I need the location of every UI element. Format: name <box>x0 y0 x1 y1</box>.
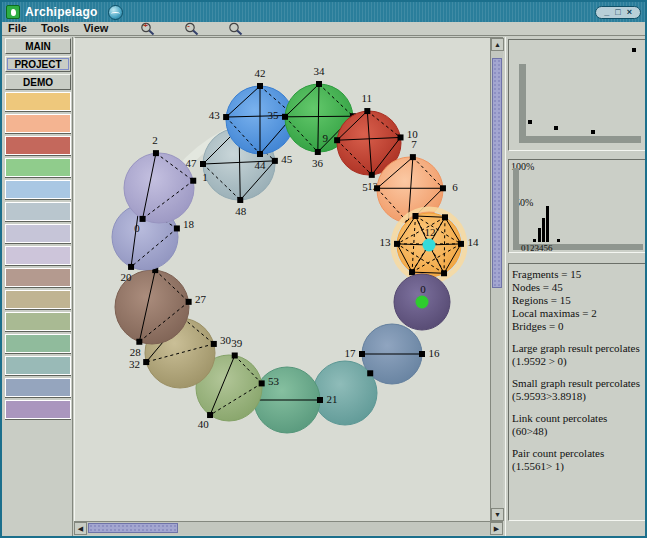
sidebar-button-demo[interactable]: DEMO <box>5 74 71 90</box>
sidebar-button-main[interactable]: MAIN <box>5 38 71 54</box>
graph-node[interactable] <box>259 380 265 386</box>
graph-node[interactable] <box>410 154 416 160</box>
stats-line-13: (60>48) <box>512 425 642 438</box>
histogram-bar <box>557 239 560 242</box>
graph-node[interactable] <box>136 339 142 345</box>
graph-node[interactable] <box>272 158 278 164</box>
zoom-fit-button[interactable] <box>228 22 244 35</box>
scatter-point <box>632 48 636 52</box>
graph-node[interactable] <box>190 178 196 184</box>
graph-node[interactable] <box>359 351 365 357</box>
local-maximum-node[interactable] <box>416 296 429 309</box>
graph-node[interactable] <box>140 216 146 222</box>
graph-node[interactable] <box>334 137 340 143</box>
node-label: 7 <box>411 138 417 150</box>
palette-swatch-1[interactable] <box>5 92 71 111</box>
graph-node[interactable] <box>364 108 370 114</box>
graph-node[interactable] <box>153 150 159 156</box>
vertical-scroll-thumb[interactable] <box>492 58 502 288</box>
graph-node[interactable] <box>458 241 464 247</box>
graph-node[interactable] <box>441 270 447 276</box>
menu-view[interactable]: View <box>83 22 108 35</box>
graph-node[interactable] <box>317 397 323 403</box>
graph-canvas[interactable]: 4647454842434144343533361191012756812144… <box>74 37 503 521</box>
graph-node[interactable] <box>315 149 321 155</box>
node-label: 36 <box>312 157 324 169</box>
palette-swatch-list <box>5 92 71 419</box>
zoom-in-button[interactable]: + <box>140 22 156 35</box>
node-label: 6 <box>452 181 458 193</box>
graph-node[interactable] <box>374 185 380 191</box>
graph-node[interactable] <box>257 151 263 157</box>
graph-node[interactable] <box>394 241 400 247</box>
node-label: 27 <box>195 293 207 305</box>
statistics-panel: Fragments = 15Nodes = 45Regions = 15Loca… <box>508 263 646 521</box>
scroll-right-button[interactable]: ▶ <box>490 522 503 535</box>
graph-fragment-purple[interactable]: 0 <box>394 274 450 330</box>
graph-node[interactable] <box>440 185 446 191</box>
graph-edge <box>285 116 353 117</box>
stats-line-8 <box>512 368 642 377</box>
palette-swatch-7[interactable] <box>5 224 71 243</box>
graph-node[interactable] <box>143 359 149 365</box>
graph-node[interactable] <box>257 83 263 89</box>
stats-line-1: Nodes = 45 <box>512 281 642 294</box>
close-button[interactable]: × <box>627 7 632 18</box>
vertical-scrollbar[interactable]: ▲ ▼ <box>490 38 503 521</box>
scatter-point <box>591 130 595 134</box>
palette-swatch-4[interactable] <box>5 158 71 177</box>
graph-node[interactable] <box>282 114 288 120</box>
graph-node[interactable] <box>419 351 425 357</box>
sidebar-button-project[interactable]: PROJECT <box>5 56 71 72</box>
scroll-left-button[interactable]: ◀ <box>74 522 87 535</box>
zoom-out-button[interactable]: - <box>184 22 200 35</box>
histogram-bar <box>546 206 549 242</box>
node-label: 45 <box>281 153 293 165</box>
graph-node[interactable] <box>232 353 238 359</box>
palette-swatch-10[interactable] <box>5 290 71 309</box>
horizontal-scroll-thumb[interactable] <box>88 523 178 533</box>
graph-node[interactable] <box>200 161 206 167</box>
menu-file[interactable]: File <box>8 22 27 35</box>
graph-node[interactable] <box>316 81 322 87</box>
menu-tools[interactable]: Tools <box>41 22 70 35</box>
graph-node[interactable] <box>369 172 375 178</box>
scroll-down-button[interactable]: ▼ <box>491 508 504 521</box>
graph-fragment-teal[interactable] <box>313 361 377 425</box>
window-title: Archipelago <box>25 5 98 19</box>
graph-node[interactable] <box>186 299 192 305</box>
y-axis <box>513 168 519 246</box>
node-label: 0 <box>420 283 426 295</box>
graph-node[interactable] <box>223 114 229 120</box>
palette-swatch-5[interactable] <box>5 180 71 199</box>
graph-node[interactable] <box>128 264 134 270</box>
minimize-button[interactable]: _ <box>604 7 609 18</box>
palette-swatch-2[interactable] <box>5 114 71 133</box>
graph-node[interactable] <box>412 213 418 219</box>
palette-swatch-13[interactable] <box>5 356 71 375</box>
palette-swatch-3[interactable] <box>5 136 71 155</box>
palette-swatch-8[interactable] <box>5 246 71 265</box>
graph-node[interactable] <box>174 225 180 231</box>
stats-line-14 <box>512 438 642 447</box>
palette-swatch-15[interactable] <box>5 400 71 419</box>
palette-swatch-12[interactable] <box>5 334 71 353</box>
graph-node[interactable] <box>211 341 217 347</box>
graph-node[interactable] <box>409 269 415 275</box>
palette-swatch-6[interactable] <box>5 202 71 221</box>
stats-line-15: Pair count percolates <box>512 447 642 460</box>
graph-node[interactable] <box>367 370 373 376</box>
node-label: 42 <box>255 67 266 79</box>
palette-swatch-11[interactable] <box>5 312 71 331</box>
graph-node[interactable] <box>398 134 404 140</box>
maximize-button[interactable]: □ <box>615 7 620 18</box>
graph-node[interactable] <box>442 214 448 220</box>
palette-swatch-14[interactable] <box>5 378 71 397</box>
graph-node[interactable] <box>237 197 243 203</box>
node-label: 48 <box>235 205 247 217</box>
stats-line-4: Bridges = 0 <box>512 320 642 333</box>
palette-swatch-9[interactable] <box>5 268 71 287</box>
scroll-up-button[interactable]: ▲ <box>491 38 504 51</box>
horizontal-scrollbar[interactable]: ◀ ▶ <box>74 521 503 535</box>
local-maximum-node[interactable] <box>423 239 436 252</box>
